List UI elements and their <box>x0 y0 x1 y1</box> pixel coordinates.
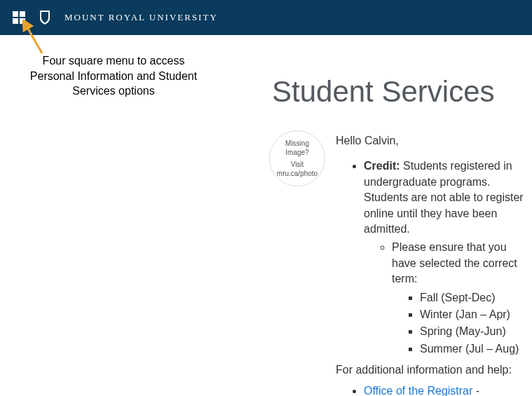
university-name: MOUNT ROYAL UNIVERSITY <box>64 12 218 23</box>
annotation-text: Four square menu to access Personal Info… <box>22 53 205 99</box>
term-item: Fall (Sept-Dec) <box>420 290 532 306</box>
term-item: Spring (May-Jun) <box>420 324 532 339</box>
credit-list: Credit: Students registered in undergrad… <box>336 158 532 357</box>
avatar-missing-text: Missing Image? <box>274 139 320 157</box>
avatar-placeholder[interactable]: Missing Image? Visit mru.ca/photo <box>269 130 325 186</box>
greeting: Hello Calvin, <box>336 133 532 149</box>
avatar-visit-text: Visit mru.ca/photo <box>274 160 320 178</box>
top-header: MOUNT ROYAL UNIVERSITY <box>0 0 532 35</box>
apps-menu-icon[interactable] <box>13 11 25 24</box>
credit-note: Please ensure that you have selected the… <box>392 240 532 357</box>
content-panel: Missing Image? Visit mru.ca/photo Hello … <box>264 122 532 396</box>
credit-sublist: Please ensure that you have selected the… <box>364 240 532 357</box>
registrar-link[interactable]: Office of the Registrar <box>364 385 472 396</box>
credit-label: Credit: <box>364 160 400 172</box>
help-links-list: Office of the Registrar - Administrative… <box>336 383 532 396</box>
terms-list: Fall (Sept-Dec) Winter (Jan – Apr) Sprin… <box>392 290 532 357</box>
page-title: Student Services <box>272 75 495 109</box>
main-text-block: Hello Calvin, Credit: Students registere… <box>336 130 532 396</box>
term-item: Winter (Jan – Apr) <box>420 307 532 322</box>
registrar-item: Office of the Registrar - Administrative <box>364 383 532 396</box>
university-shield-logo <box>39 10 50 25</box>
credit-item: Credit: Students registered in undergrad… <box>364 158 532 357</box>
more-info-text: For additional information and help: <box>336 362 532 378</box>
term-item: Summer (Jul – Aug) <box>420 341 532 357</box>
